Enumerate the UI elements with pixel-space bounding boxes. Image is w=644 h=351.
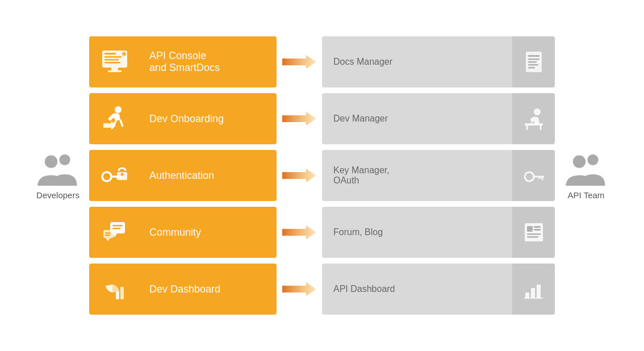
right-label-api-dashboard: API Dashboard <box>322 264 512 315</box>
right-label-devmanager: Dev Manager <box>322 93 512 144</box>
api-dashboard-icon <box>521 277 546 302</box>
svg-rect-4 <box>104 56 122 58</box>
developers-icon <box>35 152 81 186</box>
arrow-icon-onboarding <box>282 111 316 127</box>
svg-rect-53 <box>120 287 124 299</box>
arrow-icon-dashboard <box>282 281 316 297</box>
community-icon <box>100 218 129 247</box>
dashboard-icon <box>100 274 129 304</box>
right-block-keymanager: Key Manager,OAuth <box>322 150 555 201</box>
svg-marker-54 <box>282 282 316 296</box>
keymanager-label: Key Manager,OAuth <box>333 165 390 186</box>
docs-label: Docs Manager <box>333 57 392 67</box>
right-icon-keymanager <box>512 150 555 201</box>
dashboard-label: Dev Dashboard <box>149 283 220 295</box>
svg-point-26 <box>102 172 111 181</box>
right-block-docs: Docs Manager <box>322 36 555 87</box>
svg-rect-9 <box>108 70 122 72</box>
svg-rect-3 <box>104 53 116 55</box>
label-cell-auth: Authentication <box>140 150 277 201</box>
row-dev-onboarding: Dev Onboarding Dev Manager <box>89 93 555 144</box>
rows-container: ✱ API Consoleand SmartDocs <box>89 36 555 315</box>
keymanager-icon <box>521 163 546 188</box>
api-team-icon <box>563 152 609 186</box>
icon-cell-dashboard <box>89 264 140 315</box>
diagram-container: Developers ✱ <box>0 0 644 351</box>
arrow-auth <box>277 150 322 201</box>
right-icon-forum <box>512 207 555 258</box>
icon-cell-console: ✱ <box>89 36 140 87</box>
label-cell-dashboard: Dev Dashboard <box>140 264 277 315</box>
auth-icon <box>100 161 129 190</box>
right-icon-docs <box>512 36 555 87</box>
svg-point-22 <box>534 108 541 115</box>
svg-point-59 <box>587 154 598 165</box>
right-icon-devmanager <box>512 93 555 144</box>
left-block-community: Community <box>89 207 277 258</box>
svg-rect-5 <box>104 59 119 61</box>
icon-cell-community <box>89 207 140 258</box>
svg-marker-38 <box>106 238 110 241</box>
onboarding-icon <box>100 104 129 133</box>
svg-marker-21 <box>282 112 316 126</box>
svg-rect-49 <box>534 229 541 231</box>
icon-cell-auth <box>89 150 140 201</box>
api-team-label: API Team <box>568 190 605 200</box>
row-dev-dashboard: Dev Dashboard API Dashboard <box>89 264 555 315</box>
label-cell-community: Community <box>140 207 277 258</box>
row-api-console: ✱ API Consoleand SmartDocs <box>89 36 555 87</box>
svg-rect-16 <box>528 67 535 69</box>
left-block-dashboard: Dev Dashboard <box>89 264 277 315</box>
community-label: Community <box>149 227 201 239</box>
svg-rect-44 <box>112 228 120 229</box>
left-block-onboarding: Dev Onboarding <box>89 93 277 144</box>
svg-point-1 <box>45 155 57 168</box>
arrow-community <box>277 207 322 258</box>
right-label-forum: Forum, Blog <box>322 207 512 258</box>
svg-text:✱: ✱ <box>122 51 127 57</box>
forum-label: Forum, Blog <box>333 227 383 237</box>
svg-rect-52 <box>116 291 119 299</box>
svg-rect-57 <box>537 285 541 298</box>
label-cell-console: API Consoleand SmartDocs <box>140 36 277 87</box>
label-cell-onboarding: Dev Onboarding <box>140 93 277 144</box>
api-team-figure: API Team <box>555 152 617 200</box>
row-authentication: Authentication Key Manager,OAuth <box>89 150 555 201</box>
right-icon-api-dashboard <box>512 264 555 315</box>
svg-rect-51 <box>527 236 538 238</box>
svg-rect-6 <box>104 62 120 64</box>
arrow-icon-console <box>282 54 316 70</box>
developers-figure: Developers <box>27 152 89 200</box>
svg-point-33 <box>525 172 534 181</box>
left-block-auth: Authentication <box>89 150 277 201</box>
auth-label: Authentication <box>149 170 214 182</box>
svg-marker-20 <box>103 121 116 130</box>
svg-marker-45 <box>282 225 316 239</box>
svg-rect-56 <box>531 288 535 298</box>
svg-point-0 <box>59 154 70 165</box>
console-icon: ✱ <box>100 47 129 77</box>
svg-rect-43 <box>112 225 123 227</box>
arrow-icon-auth <box>282 168 316 183</box>
api-dashboard-label: API Dashboard <box>333 284 395 294</box>
arrow-dashboard <box>277 264 322 315</box>
svg-rect-50 <box>527 233 541 235</box>
svg-rect-46 <box>525 223 543 241</box>
svg-rect-47 <box>527 226 533 232</box>
svg-point-60 <box>573 155 586 168</box>
svg-rect-55 <box>525 292 529 298</box>
arrow-onboarding <box>277 93 322 144</box>
svg-rect-23 <box>525 123 543 126</box>
svg-rect-12 <box>528 55 540 57</box>
svg-rect-14 <box>528 61 537 63</box>
icon-cell-onboarding <box>89 93 140 144</box>
row-community: Community Forum, Blog <box>89 207 555 258</box>
svg-rect-48 <box>534 226 541 228</box>
developers-label: Developers <box>36 190 80 200</box>
console-label: API Consoleand SmartDocs <box>149 50 220 74</box>
svg-rect-40 <box>105 235 110 236</box>
svg-point-31 <box>121 173 124 176</box>
devmanager-icon <box>521 106 546 131</box>
svg-rect-15 <box>528 64 538 66</box>
svg-marker-10 <box>282 55 316 69</box>
